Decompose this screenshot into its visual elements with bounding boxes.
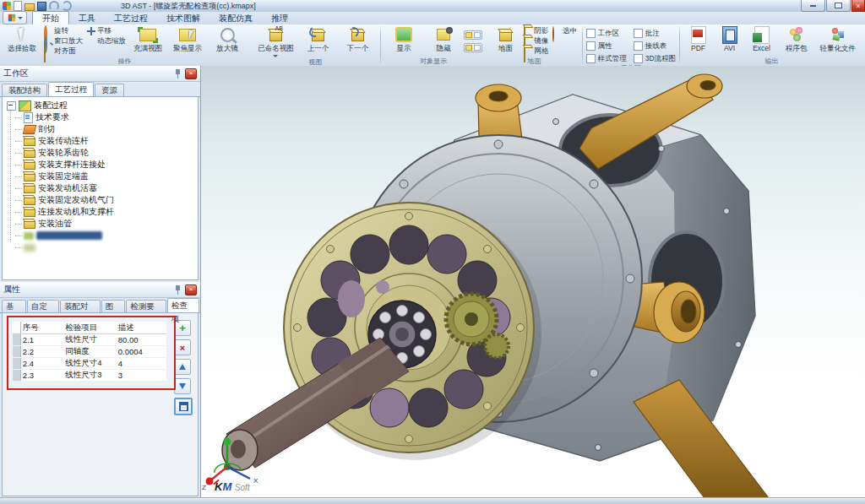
tree-item[interactable]: 安装轮系齿轮 [7,147,198,159]
dynamic-zoom-button[interactable]: 动态缩放 [85,36,128,46]
table-row[interactable]: 2.1线性尺寸80.00 [13,334,166,346]
selected-ball-icon [552,26,554,42]
close-button[interactable]: × [851,0,865,12]
rotate-button[interactable]: 旋转 [42,26,84,35]
tab-image[interactable]: 图片 [101,300,126,312]
save-table-button[interactable] [174,398,193,415]
select-pick-button[interactable]: 选择拾取 [3,25,41,55]
focus-display-icon [179,29,196,41]
named-views-button[interactable]: AB 已命名视图 [253,25,297,58]
ground-button[interactable]: 地面 [489,25,521,55]
tab-process-tree[interactable]: 工艺过程 [48,82,94,96]
tab-assembly-object[interactable]: 装配对象 [60,300,101,312]
undo-icon[interactable] [49,1,59,11]
tab-inspection-req[interactable]: 检测要求 [126,300,166,312]
tree-item-blurred[interactable] [7,241,198,253]
maximize-icon [835,3,842,8]
window-zoom-button[interactable]: 窗口放大 [42,36,84,46]
package-export-button[interactable]: 程序包 [779,25,814,55]
checkbox-properties[interactable]: 属性 [586,41,627,51]
tab-assembly-sim[interactable]: 装配仿真 [209,12,262,24]
tree-item-selected-blurred[interactable] [7,230,198,241]
checkbox-style-manager[interactable]: 样式管理 [586,53,627,64]
tab-start[interactable]: 开始 [32,11,69,24]
lightweight-file-button[interactable]: 轻量化文件 [815,25,861,55]
tab-check-items[interactable]: 检查项 [167,298,199,312]
delete-row-button[interactable]: × [174,339,191,355]
new-file-icon[interactable] [14,1,22,11]
tree-item[interactable]: 安装固定发动机气门 [7,194,198,206]
save-file-icon[interactable] [37,2,46,11]
excel-export-button[interactable]: Excel [746,25,778,53]
pin-icon[interactable] [175,285,181,295]
properties-panel-close-button[interactable]: × [185,285,197,295]
pdf-export-button[interactable]: PDF [683,25,714,53]
selected-button[interactable]: 选中 [551,26,579,35]
checkbox-wiring-table[interactable]: 接线表 [634,41,676,51]
tree-item[interactable]: 剖切 [7,123,198,135]
move-down-button[interactable] [174,378,191,394]
tree-root[interactable]: 装配过程 [7,100,198,111]
3d-viewport[interactable]: X Z KM Soft [201,66,865,498]
show-icon [395,27,412,42]
grid-button[interactable]: 网格 [522,46,550,56]
tree-item[interactable]: 安装油管 [7,218,198,230]
checkbox-workspace[interactable]: 工作区 [586,28,627,39]
avi-icon [722,26,737,44]
collapse-icon[interactable] [7,101,16,111]
arrow-down-icon [179,383,186,389]
next-view-icon [351,31,364,41]
checkbox-annotation[interactable]: 批注 [634,28,676,39]
step-box-icon [24,185,35,193]
avi-export-button[interactable]: AVI [715,25,745,53]
table-row[interactable]: 2.4线性尺寸44 [13,358,166,370]
tab-tools[interactable]: 工具 [69,12,105,24]
align-face-button[interactable]: 对齐面 [42,46,84,56]
hide-icon [437,29,450,41]
maximize-button[interactable] [826,0,851,12]
next-view-button[interactable]: 下一个 [338,25,377,55]
hide-button[interactable]: 隐藏 [424,25,463,55]
tab-reasoning[interactable]: 推理 [262,12,297,24]
move-up-button[interactable] [174,359,191,375]
km-soft-logo: KM Soft [215,480,250,493]
table-row[interactable]: 2.3线性尺寸33 [13,370,166,382]
previous-view-icon [312,31,324,41]
minimize-button[interactable] [801,0,825,12]
workspace-panel-close-button[interactable]: × [185,68,197,79]
table-row[interactable]: 2.2同轴度0.0004 [13,346,166,358]
tab-custom[interactable]: 自定义 [27,300,59,312]
pan-button[interactable]: 平移 [85,26,128,35]
previous-view-button[interactable]: 上一个 [298,25,337,55]
focus-display-button[interactable]: 聚焦显示 [168,25,207,55]
fit-view-button[interactable]: 充满视图 [128,25,167,55]
tree-item[interactable]: 技术要求 [7,111,198,123]
redo-icon[interactable] [62,1,72,11]
tab-basic[interactable]: 基本 [2,300,26,312]
tab-tech-diagram[interactable]: 技术图解 [157,12,209,24]
tree-item[interactable]: 安装发动机活塞 [7,182,198,194]
tab-resources[interactable]: 资源 [95,84,124,96]
title-bar: 3D AST - [螺旋桨壳配检查项(cc).kmapx] × [0,0,865,13]
magnifier-button[interactable]: 放大镜 [208,25,247,55]
section-cut-icon [23,125,36,134]
checkbox-3d-flowchart[interactable]: 3D流程图 [634,53,676,64]
properties-panel: 属性 × 基本 自定义 装配对象 图片 检测要求 检查项 序号 检验项目 [0,282,200,498]
show-button[interactable]: 显示 [384,25,423,55]
tree-item[interactable]: 安装固定端盖 [7,171,198,182]
document-icon [24,112,33,123]
step-box-icon [24,209,35,217]
tree-item[interactable]: 安装支撑杆连接处 [7,159,198,171]
display-toggle-bottom[interactable] [464,43,482,52]
pin-icon[interactable] [175,69,181,79]
tree-item[interactable]: 连接发动机和支撑杆 [7,206,198,218]
application-menu-button[interactable] [3,11,27,24]
open-file-icon[interactable] [24,3,35,11]
tree-item[interactable]: 安装传动连杆 [7,135,198,147]
process-tree-area[interactable]: 装配过程 技术要求 剖切 安装传动连杆 安装轮系齿轮 安装支撑杆连接处 安装固定… [2,96,199,280]
display-toggle-top[interactable] [464,30,482,40]
group-label-ground: 地面 [489,57,579,66]
blurred-label [36,231,102,240]
tab-assembly-structure[interactable]: 装配结构 [2,84,47,96]
tab-process[interactable]: 工艺过程 [105,12,157,24]
